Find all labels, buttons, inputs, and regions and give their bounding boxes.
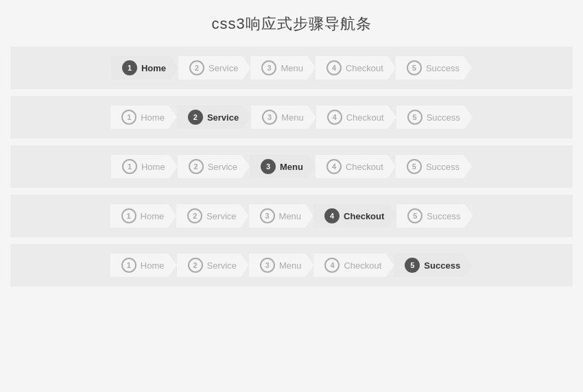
breadcrumb-2: 1Home2Service3Menu4Checkout5Success [110, 106, 473, 129]
step-item-row1-step1[interactable]: 1Home [111, 56, 178, 79]
step-item-row5-step3[interactable]: 3Menu [249, 254, 314, 277]
nav-row-1: 1Home2Service3Menu4Checkout5Success [10, 47, 573, 89]
step-circle-row4-step2: 2 [187, 208, 202, 223]
step-item-row5-step1[interactable]: 1Home [110, 254, 177, 277]
step-circle-row2-step2: 2 [188, 110, 203, 125]
step-circle-row1-step4: 4 [326, 60, 342, 75]
step-label-row3-step3: Menu [280, 162, 303, 172]
step-circle-row3-step3: 3 [261, 159, 276, 174]
step-label-row1-step1: Home [141, 63, 166, 73]
step-circle-row3-step1: 1 [122, 159, 137, 174]
breadcrumb-4: 1Home2Service3Menu4Checkout5Success [110, 204, 473, 228]
step-circle-row5-step5: 5 [405, 258, 420, 273]
step-circle-row4-step4: 4 [324, 208, 340, 223]
step-item-row5-step2[interactable]: 2Service [177, 254, 249, 277]
step-item-row4-step4[interactable]: 4Checkout [313, 204, 396, 228]
step-item-row2-step1[interactable]: 1Home [110, 106, 177, 129]
step-label-row4-step5: Success [427, 211, 460, 221]
step-label-row4-step1: Home [141, 211, 165, 221]
step-item-row3-step3[interactable]: 3Menu [250, 155, 316, 178]
step-label-row4-step4: Checkout [344, 211, 384, 221]
step-label-row5-step5: Success [424, 260, 460, 271]
step-label-row1-step2: Service [209, 63, 238, 73]
step-label-row3-step5: Success [426, 162, 460, 172]
step-label-row5-step3: Menu [279, 260, 302, 271]
step-circle-row4-step5: 5 [407, 208, 423, 223]
step-item-row4-step1[interactable]: 1Home [110, 204, 177, 228]
step-circle-row3-step5: 5 [407, 159, 422, 174]
step-item-row4-step2[interactable]: 2Service [176, 204, 248, 228]
step-label-row3-step4: Checkout [346, 162, 383, 172]
step-item-row2-step2[interactable]: 2Service [177, 106, 251, 129]
step-item-row4-step5[interactable]: 5Success [396, 204, 473, 228]
nav-row-4: 1Home2Service3Menu4Checkout5Success [10, 195, 573, 237]
step-item-row4-step3[interactable]: 3Menu [249, 204, 314, 228]
step-circle-row1-step5: 5 [407, 60, 422, 75]
step-label-row2-step4: Checkout [346, 112, 384, 123]
step-label-row1-step4: Checkout [346, 63, 383, 73]
step-item-row1-step2[interactable]: 2Service [178, 56, 250, 79]
breadcrumb-5: 1Home2Service3Menu4Checkout5Success [110, 254, 473, 277]
step-circle-row2-step5: 5 [407, 110, 423, 125]
step-circle-row3-step2: 2 [189, 159, 204, 174]
step-item-row1-step3[interactable]: 3Menu [250, 56, 316, 79]
step-label-row5-step2: Service [207, 260, 237, 271]
breadcrumb-1: 1Home2Service3Menu4Checkout5Success [111, 56, 472, 79]
step-label-row4-step2: Service [206, 211, 236, 221]
step-label-row2-step5: Success [427, 112, 460, 123]
breadcrumb-3: 1Home2Service3Menu4Checkout5Success [111, 155, 472, 178]
step-label-row5-step4: Checkout [344, 260, 381, 271]
step-circle-row4-step1: 1 [121, 208, 136, 223]
step-item-row2-step4[interactable]: 4Checkout [316, 106, 396, 129]
step-label-row2-step2: Service [207, 112, 239, 123]
nav-row-2: 1Home2Service3Menu4Checkout5Success [10, 96, 573, 138]
step-circle-row2-step4: 4 [327, 110, 342, 125]
step-item-row2-step5[interactable]: 5Success [396, 106, 473, 129]
step-label-row3-step2: Service [208, 162, 237, 172]
step-circle-row2-step1: 1 [121, 110, 136, 125]
step-label-row1-step3: Menu [281, 63, 303, 73]
step-circle-row5-step4: 4 [324, 258, 340, 273]
step-circle-row2-step3: 3 [262, 110, 277, 125]
step-label-row3-step1: Home [141, 162, 165, 172]
step-circle-row3-step4: 4 [326, 159, 342, 174]
step-item-row3-step1[interactable]: 1Home [111, 155, 178, 178]
step-item-row2-step3[interactable]: 3Menu [251, 106, 316, 129]
step-circle-row4-step3: 3 [260, 208, 275, 223]
step-item-row5-step4[interactable]: 4Checkout [313, 254, 394, 277]
step-item-row5-step5[interactable]: 5Success [394, 254, 473, 277]
step-label-row4-step3: Menu [279, 211, 302, 221]
step-item-row1-step5[interactable]: 5Success [396, 56, 472, 79]
step-item-row1-step4[interactable]: 4Checkout [316, 56, 396, 79]
step-circle-row1-step3: 3 [261, 60, 276, 75]
step-label-row2-step3: Menu [281, 112, 304, 123]
step-label-row2-step1: Home [141, 112, 165, 123]
step-item-row3-step2[interactable]: 2Service [178, 155, 250, 178]
step-circle-row1-step2: 2 [189, 60, 204, 75]
step-circle-row1-step1: 1 [122, 60, 137, 75]
step-item-row3-step4[interactable]: 4Checkout [316, 155, 396, 178]
step-label-row1-step5: Success [426, 63, 460, 73]
step-circle-row5-step1: 1 [121, 258, 136, 273]
step-circle-row5-step2: 2 [188, 258, 203, 273]
nav-row-5: 1Home2Service3Menu4Checkout5Success [10, 244, 573, 286]
nav-row-3: 1Home2Service3Menu4Checkout5Success [10, 145, 573, 188]
page-title: css3响应式步骤导航条 [211, 14, 371, 34]
step-item-row3-step5[interactable]: 5Success [396, 155, 472, 178]
step-circle-row5-step3: 3 [260, 258, 275, 273]
step-label-row5-step1: Home [141, 260, 165, 271]
